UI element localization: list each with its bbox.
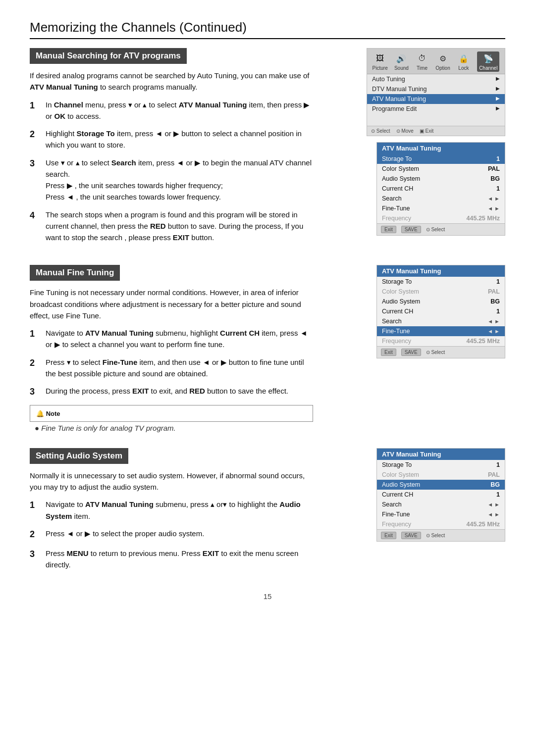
select-label: ⊙ Select (426, 227, 445, 232)
exit-btn[interactable]: Exit (381, 349, 396, 356)
row-label: Fine-Tune (382, 205, 410, 212)
note-box: 🔔 Note (30, 405, 313, 422)
row-value: 1 (496, 155, 500, 162)
audio-system-left: Setting Audio System Normally it is unne… (30, 448, 313, 576)
step-number: 2 (30, 356, 41, 380)
row-label: Frequency (382, 215, 411, 222)
atv-row-audio: Audio System BG (377, 297, 505, 306)
row-label: Fine-Tune (382, 328, 410, 335)
save-btn[interactable]: SAVE (401, 226, 421, 233)
manual-searching-section: Manual Searching for ATV programs If des… (30, 48, 505, 249)
atv-panel-2: ATV Manual Tuning Storage To 1 Color Sys… (376, 265, 505, 358)
row-value: PAL (488, 288, 500, 295)
row-value: 1 (496, 185, 500, 192)
tv-icon-channel: 📡 Channel (477, 51, 499, 72)
row-arrows: ◄ ► (487, 511, 500, 517)
option-icon: ⚙ (436, 52, 450, 64)
step-number: 3 (30, 157, 41, 203)
tv-icon-label: Option (435, 65, 450, 71)
row-value: 445.25 MHz (467, 215, 500, 222)
step-item: 2 Press ▾ to select Fine-Tune item, and … (30, 356, 313, 380)
atv-row-finetune: Fine-Tune ◄ ► (377, 326, 505, 336)
atv-row-finetune: Fine-Tune ◄ ► (377, 509, 505, 519)
row-label: Current CH (382, 491, 413, 498)
tv-icon-label: Channel (479, 65, 497, 71)
tv-menu-icons: 🖼 Picture 🔊 Sound ⏱ Time ⚙ Option 🔒 (367, 49, 505, 74)
tv-menu-auto-tuning: Auto Tuning ▶ (367, 74, 505, 84)
menu-label: DTV Manual Tuning (372, 86, 427, 93)
fine-tuning-right: ATV Manual Tuning Storage To 1 Color Sys… (328, 265, 505, 432)
row-label: Storage To (382, 278, 412, 285)
tv-icon-label: Lock (458, 65, 469, 71)
atv-footer: Exit SAVE ⊙ Select (377, 223, 505, 235)
tv-menu-programme-edit: Programme Edit ▶ (367, 104, 505, 114)
select-label: ⊙ Select (426, 533, 445, 538)
arrow-icon: ▶ (496, 105, 500, 112)
manual-searching-intro: If desired analog programs cannot be sea… (30, 70, 313, 93)
fine-tuning-intro: Fine Tuning is not necessary under norma… (30, 287, 313, 321)
atv-row-search: Search ◄ ► (377, 194, 505, 203)
tv-icon-time: ⏱ Time (415, 52, 429, 71)
step-text: In Channel menu, press ▾ or ▴ to select … (46, 99, 313, 122)
step-text: Use ▾ or ▴ to select Search item, press … (46, 157, 313, 203)
note-icon: 🔔 Note (36, 410, 60, 417)
row-value: BG (490, 298, 500, 305)
atv-title: ATV Manual Tuning (377, 143, 505, 154)
atv-row-frequency: Frequency 445.25 MHz (377, 213, 505, 223)
atv-row-search: Search ◄ ► (377, 500, 505, 509)
exit-btn[interactable]: Exit (381, 532, 396, 539)
tv-menu-dtv: DTV Manual Tuning ▶ (367, 84, 505, 94)
arrow-icon: ▶ (496, 86, 500, 93)
manual-searching-right: 🖼 Picture 🔊 Sound ⏱ Time ⚙ Option 🔒 (328, 48, 505, 249)
save-btn[interactable]: SAVE (401, 532, 421, 539)
atv-row-frequency: Frequency 445.25 MHz (377, 336, 505, 346)
step-text: Press ▾ to select Fine-Tune item, and th… (46, 356, 313, 380)
atv-row-frequency: Frequency 445.25 MHz (377, 519, 505, 529)
row-label: Frequency (382, 521, 411, 528)
step-item: 3 Use ▾ or ▴ to select Search item, pres… (30, 157, 313, 203)
note-text: ● Fine Tune is only for analog TV progra… (35, 424, 176, 432)
arrow-icon: ▶ (496, 76, 500, 83)
step-item: 2 Press ◄ or ▶ to select the proper audi… (30, 528, 313, 542)
tv-icon-sound: 🔊 Sound (394, 52, 409, 71)
step-number: 1 (30, 99, 41, 122)
atv-row-currentch: Current CH 1 (377, 184, 505, 194)
atv-row-storage: Storage To 1 (377, 277, 505, 287)
atv-row-audio: Audio System BG (377, 480, 505, 490)
exit-btn[interactable]: Exit (381, 226, 396, 233)
tv-icon-label: Sound (394, 65, 409, 71)
page-title: Memorizing the Channels (Continued) (30, 20, 505, 39)
row-value: 445.25 MHz (467, 338, 500, 345)
atv-row-storage: Storage To 1 (377, 154, 505, 164)
step-text: During the process, press EXIT to exit, … (46, 385, 313, 399)
step-item: 1 Navigate to ATV Manual Tuning submenu,… (30, 499, 313, 522)
tv-footer: ⊙ Select ⊙ Move ▣ Exit (367, 126, 505, 136)
row-value: BG (490, 175, 500, 182)
row-label: Fine-Tune (382, 511, 410, 518)
row-value: 1 (496, 308, 500, 315)
fine-tuning-header: Manual Fine Tuning (30, 265, 120, 281)
atv-row-storage: Storage To 1 (377, 460, 505, 470)
atv-row-search: Search ◄ ► (377, 316, 505, 326)
step-number: 3 (30, 385, 41, 399)
note-content: ● Fine Tune is only for analog TV progra… (35, 424, 313, 432)
atv-footer: Exit SAVE ⊙ Select (377, 346, 505, 358)
audio-system-right: ATV Manual Tuning Storage To 1 Color Sys… (328, 448, 505, 576)
step-text: Press ◄ or ▶ to select the proper audio … (46, 528, 313, 542)
save-btn[interactable]: SAVE (401, 349, 421, 356)
row-value: PAL (488, 165, 500, 172)
tv-icon-picture: 🖼 Picture (373, 52, 388, 71)
step-text: The search stops when a program is found… (46, 209, 313, 244)
channel-icon: 📡 (482, 52, 495, 64)
row-label: Audio System (382, 175, 420, 182)
tv-icon-label: Time (417, 65, 428, 71)
row-label: Search (382, 501, 402, 508)
atv-row-color: Color System PAL (377, 164, 505, 174)
menu-label: Programme Edit (372, 105, 417, 112)
row-label: Storage To (382, 155, 412, 162)
row-label: Search (382, 195, 402, 202)
row-value: 1 (496, 491, 500, 498)
atv-row-color: Color System PAL (377, 287, 505, 297)
menu-label: Auto Tuning (372, 76, 405, 83)
row-label: Audio System (382, 481, 420, 488)
